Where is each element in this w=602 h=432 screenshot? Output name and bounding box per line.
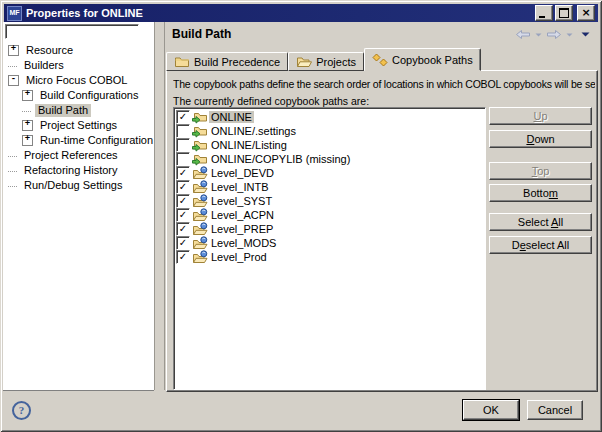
help-icon: ? xyxy=(19,405,25,416)
sidebar-item-build-path[interactable]: Build Path xyxy=(3,103,154,118)
list-item-level-acpn[interactable]: ✓Level_ACPN xyxy=(176,208,484,222)
ok-button[interactable]: OK xyxy=(463,400,519,420)
button-label-part: p xyxy=(541,110,547,122)
sidebar-item-run-debug-settings[interactable]: Run/Debug Settings xyxy=(3,178,154,193)
sidebar-item-micro-focus-cobol[interactable]: -Micro Focus COBOL xyxy=(3,73,154,88)
list-item-online-copylib-missing[interactable]: ONLINE/COPYLIB (missing) xyxy=(176,152,484,166)
checkbox-unchecked[interactable] xyxy=(176,152,190,166)
titlebar[interactable]: MF Properties for ONLINE × xyxy=(4,4,598,22)
list-item-label: ONLINE xyxy=(209,111,254,123)
list-item-online-listing[interactable]: ONLINE/Listing xyxy=(176,138,484,152)
view-menu-button[interactable] xyxy=(579,32,592,37)
close-icon: × xyxy=(581,7,590,18)
tree-connector xyxy=(8,170,17,172)
tab-bar: Build PrecedenceProjectsCopybook Paths xyxy=(166,50,596,71)
top-button[interactable]: Top xyxy=(489,162,592,180)
minimize-icon xyxy=(539,16,545,18)
list-item-level-intb[interactable]: ✓Level_INTB xyxy=(176,180,484,194)
help-button[interactable]: ? xyxy=(12,401,31,420)
back-menu-button[interactable] xyxy=(533,33,544,37)
level-folder-icon xyxy=(192,250,208,264)
close-button[interactable]: × xyxy=(577,5,595,21)
button-label-part: select All xyxy=(526,239,569,251)
checkbox-checked[interactable]: ✓ xyxy=(176,110,190,124)
button-label-part: op xyxy=(537,165,549,177)
level-folder-icon xyxy=(192,208,208,222)
list-item-label: ONLINE/COPYLIB (missing) xyxy=(209,153,352,165)
sidebar-item-label: Build Path xyxy=(35,104,91,117)
checkbox-checked[interactable]: ✓ xyxy=(176,208,190,222)
list-item-online-settings[interactable]: ONLINE/.settings xyxy=(176,124,484,138)
header-nav xyxy=(513,29,592,40)
forward-menu-button[interactable] xyxy=(564,33,575,37)
checkbox-checked[interactable]: ✓ xyxy=(176,194,190,208)
window-title: Properties for ONLINE xyxy=(26,7,533,19)
sidebar-item-refactoring-history[interactable]: Refactoring History xyxy=(3,163,154,178)
level-folder-icon xyxy=(192,222,208,236)
sash-divider[interactable] xyxy=(154,22,165,390)
sidebar-item-builders[interactable]: Builders xyxy=(3,58,154,73)
checkbox-unchecked[interactable] xyxy=(176,138,190,152)
down-button[interactable]: Down xyxy=(489,130,592,148)
folder-open-icon xyxy=(296,55,312,68)
tree-connector xyxy=(22,110,31,112)
tab-label: Projects xyxy=(316,56,356,68)
expand-icon[interactable]: + xyxy=(22,90,33,101)
checkbox-checked[interactable]: ✓ xyxy=(176,236,190,250)
maximize-icon xyxy=(559,8,569,18)
minimize-button[interactable] xyxy=(535,5,553,21)
sidebar: +ResourceBuilders-Micro Focus COBOL+Buil… xyxy=(3,22,154,391)
list-item-level-prep[interactable]: ✓Level_PREP xyxy=(176,222,484,236)
description-text: The copybook paths define the search ord… xyxy=(173,78,595,90)
deselect-all-button[interactable]: Deselect All xyxy=(489,236,592,254)
filter-input[interactable] xyxy=(5,24,139,39)
button-label-part: D xyxy=(512,239,520,251)
expand-icon[interactable]: + xyxy=(22,135,33,146)
sidebar-item-label: Micro Focus COBOL xyxy=(23,74,130,87)
cancel-button[interactable]: Cancel xyxy=(527,400,583,420)
tree-connector xyxy=(8,155,17,157)
bottom-button[interactable]: Bottom xyxy=(489,184,592,202)
sidebar-item-build-configurations[interactable]: +Build Configurations xyxy=(3,88,154,103)
checkbox-checked[interactable]: ✓ xyxy=(176,250,190,264)
list-item-level-prod[interactable]: ✓Level_Prod xyxy=(176,250,484,264)
checkbox-unchecked[interactable] xyxy=(176,124,190,138)
checkbox-checked[interactable]: ✓ xyxy=(176,222,190,236)
back-menu-icon xyxy=(535,33,542,37)
copybook-folder-icon xyxy=(192,125,208,138)
copybook-path-list[interactable]: ✓ONLINEONLINE/.settingsONLINE/ListingONL… xyxy=(173,107,486,390)
tab-build-precedence[interactable]: Build Precedence xyxy=(166,52,288,71)
copybook-folder-icon xyxy=(192,111,208,124)
sidebar-item-label: Refactoring History xyxy=(21,164,121,177)
checkbox-checked[interactable]: ✓ xyxy=(176,166,190,180)
list-item-level-mods[interactable]: ✓Level_MODS xyxy=(176,236,484,250)
back-button[interactable] xyxy=(513,29,533,40)
tab-copybook-paths[interactable]: Copybook Paths xyxy=(364,48,481,71)
sidebar-item-label: Run-time Configuration xyxy=(37,134,154,147)
list-item-label: Level_INTB xyxy=(209,181,270,193)
maximize-button[interactable] xyxy=(555,5,573,21)
level-folder-icon xyxy=(192,166,208,180)
list-item-label: ONLINE/Listing xyxy=(209,139,289,151)
checkbox-checked[interactable]: ✓ xyxy=(176,180,190,194)
back-icon xyxy=(515,29,531,40)
tab-projects[interactable]: Projects xyxy=(288,52,364,71)
view-menu-icon xyxy=(581,32,590,37)
expand-icon[interactable]: + xyxy=(22,120,33,131)
list-item-online[interactable]: ✓ONLINE xyxy=(176,110,484,124)
forward-button[interactable] xyxy=(544,29,564,40)
select-all-button[interactable]: Select All xyxy=(489,213,592,231)
check-mark-icon: ✓ xyxy=(179,182,187,192)
up-button[interactable]: Up xyxy=(489,107,592,125)
expand-icon[interactable]: + xyxy=(8,45,19,56)
tree-connector xyxy=(8,185,17,187)
collapse-icon[interactable]: - xyxy=(8,75,19,86)
sidebar-item-project-references[interactable]: Project References xyxy=(3,148,154,163)
check-mark-icon: ✓ xyxy=(179,210,187,220)
sidebar-item-resource[interactable]: +Resource xyxy=(3,43,154,58)
list-item-label: Level_PREP xyxy=(209,223,275,235)
list-item-level-syst[interactable]: ✓Level_SYST xyxy=(176,194,484,208)
sidebar-item-project-settings[interactable]: +Project Settings xyxy=(3,118,154,133)
list-item-level-devd[interactable]: ✓Level_DEVD xyxy=(176,166,484,180)
sidebar-item-run-time-configuration[interactable]: +Run-time Configuration xyxy=(3,133,154,148)
